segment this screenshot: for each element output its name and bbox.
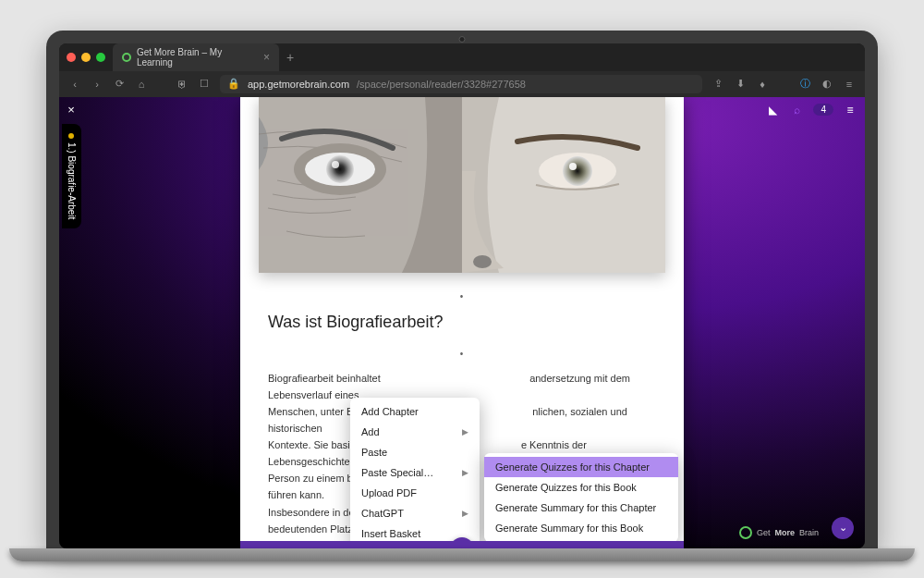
svg-point-3 [326, 155, 354, 183]
url-field[interactable]: 🔒 app.getmorebrain.com/space/personal/re… [220, 75, 702, 93]
download-icon[interactable]: ⬇ [734, 78, 747, 91]
insert-handle-icon[interactable]: • [268, 349, 656, 359]
top-right-tools: ◣ ⌕ 4 ≡ [765, 103, 857, 117]
chevron-right-icon: ▶ [462, 427, 468, 437]
brand-button[interactable]: Get More Brain [739, 526, 819, 539]
brave-icon[interactable]: ♦ [756, 78, 769, 91]
bookmark-icon[interactable]: ☐ [198, 78, 211, 91]
chevron-right-icon: ▶ [462, 509, 468, 518]
menu-item[interactable]: Add▶ [350, 422, 480, 442]
chevron-down-icon: ⌄ [839, 522, 847, 534]
share-icon[interactable]: ⇪ [711, 78, 724, 91]
left-rail: × 1.) Biografie-Arbeit [59, 97, 83, 548]
reload-icon[interactable]: ⟳ [113, 78, 126, 91]
lock-icon: 🔒 [227, 78, 240, 91]
svg-point-9 [473, 255, 492, 268]
menu-item[interactable]: Upload PDF [350, 483, 480, 503]
maximize-window-icon[interactable] [96, 53, 105, 62]
window-controls [67, 53, 105, 62]
expand-fab[interactable]: ⌄ [832, 517, 854, 539]
brand-bold: More [774, 528, 795, 537]
brand-post: Brain [799, 528, 819, 537]
address-bar: ‹ › ⟳ ⌂ ⛨ ☐ 🔒 app.getmorebrain.com/space… [59, 71, 865, 97]
notifications-badge[interactable]: 4 [813, 104, 833, 116]
svg-point-8 [569, 163, 577, 170]
badge-count: 4 [821, 105, 826, 115]
sidebar-chapter-label: 1.) Biografie-Arbeit [67, 142, 77, 219]
submenu-item[interactable]: Generate Summary for this Book [484, 518, 678, 538]
chevron-right-icon: ▶ [462, 468, 468, 477]
back-icon[interactable]: ‹ [68, 78, 81, 91]
context-menu: Add ChapterAdd▶PastePaste Special…▶Uploa… [350, 398, 480, 547]
svg-point-4 [332, 161, 339, 168]
minimize-window-icon[interactable] [81, 53, 91, 62]
screen: Get More Brain – My Learning × + ‹ › ⟳ ⌂… [59, 43, 865, 548]
info-icon[interactable]: ⓘ [798, 78, 811, 91]
submenu-item[interactable]: Generate Quizzes for this Book [484, 477, 678, 498]
url-host: app.getmorebrain.com [248, 79, 349, 90]
tab-title: Get More Brain – My Learning [137, 47, 258, 68]
submenu-item[interactable]: Generate Quizzes for this Chapter [484, 457, 678, 477]
insert-handle-icon[interactable]: • [268, 291, 656, 301]
hero-image [259, 97, 665, 273]
brand-logo-icon [739, 526, 752, 539]
menu-item[interactable]: Paste Special…▶ [350, 462, 480, 483]
home-icon[interactable]: ⌂ [135, 78, 148, 91]
status-dot-icon [68, 133, 74, 139]
browser-tab[interactable]: Get More Brain – My Learning × [113, 43, 279, 71]
tab-close-icon[interactable]: × [263, 52, 270, 63]
forward-icon[interactable]: › [91, 78, 103, 91]
close-reader-icon[interactable]: × [67, 103, 75, 117]
menu-icon[interactable]: ≡ [843, 78, 856, 91]
favicon-icon [122, 53, 131, 62]
menu-item[interactable]: ChatGPT▶ [350, 503, 480, 523]
laptop-frame: Get More Brain – My Learning × + ‹ › ⟳ ⌂… [46, 31, 878, 548]
brand-pre: Get [757, 528, 771, 537]
url-path: /space/personal/reader/3328#277658 [357, 79, 526, 90]
profile-icon[interactable]: ◐ [821, 78, 833, 91]
browser-tabbar: Get More Brain – My Learning × + [59, 43, 865, 71]
webcam-dot [459, 36, 466, 43]
chatgpt-submenu: Generate Quizzes for this ChapterGenerat… [484, 453, 678, 542]
bookmark-ribbon-icon[interactable]: ◣ [765, 103, 780, 117]
laptop-base [9, 548, 915, 561]
page-footer-bar [240, 541, 684, 548]
sidebar-chapter-tab[interactable]: 1.) Biografie-Arbeit [62, 124, 81, 228]
app-viewport: × 1.) Biografie-Arbeit ◣ ⌕ 4 ≡ [59, 97, 865, 548]
shield-icon[interactable]: ⛨ [176, 78, 188, 91]
svg-point-7 [563, 156, 592, 186]
menu-item[interactable]: Paste [350, 442, 480, 462]
menu-item[interactable]: Add Chapter [350, 401, 480, 422]
new-tab-button[interactable]: + [286, 50, 294, 65]
hamburger-icon[interactable]: ≡ [843, 103, 857, 117]
article-heading: Was ist Biografiearbeit? [268, 313, 656, 332]
submenu-item[interactable]: Generate Summary for this Chapter [484, 498, 678, 518]
close-window-icon[interactable] [67, 53, 76, 62]
search-icon[interactable]: ⌕ [789, 103, 804, 117]
